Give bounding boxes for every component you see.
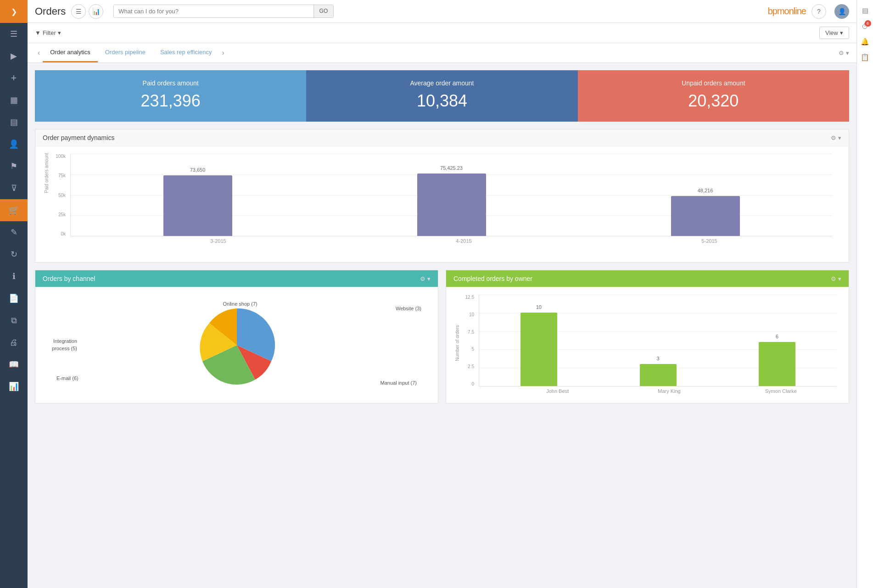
x-label-4-2015: 4-2015: [341, 238, 587, 244]
settings-icon: ⚙: [420, 275, 425, 282]
completed-orders-actions[interactable]: ⚙ ▾: [831, 275, 841, 282]
y-completed-5: 5: [471, 347, 474, 352]
tab-prev-button[interactable]: ‹: [35, 49, 43, 57]
legend-integration: Integration process (5): [52, 338, 77, 352]
kpi-paid-value: 231,396: [46, 91, 295, 111]
x-label-john-best: John Best: [502, 388, 613, 394]
right-icon-clipboard[interactable]: 📋: [858, 50, 872, 64]
sidebar-item-sync[interactable]: ↻: [0, 243, 28, 265]
tab-settings-button[interactable]: ⚙ ▾: [839, 50, 849, 56]
bar-john-best: 10: [520, 313, 557, 386]
topbar-right: bpmonline ? 👤: [768, 4, 849, 19]
chevron-right-icon: ❯: [11, 7, 17, 16]
chart-view-button[interactable]: 📊: [89, 4, 103, 19]
sidebar-item-doc[interactable]: 📄: [0, 287, 28, 309]
y-completed-10: 10: [469, 312, 474, 317]
payment-dynamics-actions[interactable]: ⚙ ▾: [831, 134, 841, 141]
y-axis-completed-label: Number of orders: [455, 325, 460, 361]
tab-sales-rep[interactable]: Sales rep efficiency: [153, 43, 219, 62]
tab-next-button[interactable]: ›: [219, 49, 227, 57]
sidebar-item-copy[interactable]: ⧉: [0, 309, 28, 331]
bar-symon-clarke: 6: [759, 342, 795, 386]
right-icon-clock[interactable]: ⏱ 6: [858, 19, 872, 33]
x-label-3-2015: 3-2015: [95, 238, 341, 244]
sidebar-item-print[interactable]: 🖨: [0, 331, 28, 353]
legend-online-shop: Website (3): [396, 304, 421, 312]
search-go-button[interactable]: GO: [313, 5, 334, 17]
sidebar-item-dashboard[interactable]: ▦: [0, 89, 28, 111]
search-input[interactable]: [114, 5, 313, 17]
settings-dropdown-icon: ▾: [846, 50, 849, 56]
sidebar-item-orders[interactable]: 🛒: [0, 199, 28, 221]
logo-text: bpm: [768, 6, 784, 16]
kpi-paid: Paid orders amount 231,396: [35, 70, 306, 122]
sidebar-toggle[interactable]: ❯: [0, 0, 28, 23]
bar-4-2015: 75,425.23: [417, 174, 486, 236]
sidebar-item-documents[interactable]: ✎: [0, 221, 28, 243]
sidebar-item-reports[interactable]: ▤: [0, 111, 28, 133]
orders-by-channel-header: Orders by channel ⚙ ▾: [35, 270, 438, 287]
search-box: GO: [113, 5, 334, 18]
sidebar-item-activities[interactable]: ⚑: [0, 155, 28, 177]
filter-button[interactable]: ▼ Filter ▾: [35, 29, 61, 36]
filter-label: Filter: [43, 29, 56, 36]
bar-3-2015: 73,650: [163, 175, 232, 236]
pie-chart: [196, 304, 278, 386]
bpmonline-logo: bpmonline: [768, 6, 806, 17]
sidebar-item-menu[interactable]: ☰: [0, 23, 28, 45]
orders-by-channel-body: Online shop (7) Website (3) Integration …: [35, 287, 438, 403]
content-area: Paid orders amount 231,396 Average order…: [28, 63, 856, 588]
bar-label-symon-clarke: 6: [776, 334, 778, 339]
x-label-5-2015: 5-2015: [587, 238, 832, 244]
sidebar-item-contacts[interactable]: 👤: [0, 133, 28, 155]
payment-dynamics-panel: Order payment dynamics ⚙ ▾ Paid orders a…: [35, 129, 849, 263]
payment-dynamics-chart: Paid orders amount 100k 75k 50k 25k 0k: [43, 154, 841, 255]
filter-icon: ▼: [35, 29, 41, 36]
bar-label-john-best: 10: [536, 304, 542, 310]
settings-icon: ⚙: [839, 50, 844, 56]
bar-label-mary-king: 3: [656, 356, 659, 361]
kpi-unpaid-value: 20,320: [589, 91, 838, 111]
tab-orders-pipeline[interactable]: Orders pipeline: [98, 43, 153, 62]
sidebar-item-play[interactable]: ▶: [0, 45, 28, 67]
y-label-25k: 25k: [58, 212, 66, 217]
kpi-average: Average order amount 10,384: [306, 70, 577, 122]
bottom-row: Orders by channel ⚙ ▾ Online shop (7): [35, 270, 849, 403]
orders-by-channel-actions[interactable]: ⚙ ▾: [420, 275, 431, 282]
sidebar-item-add[interactable]: +: [0, 67, 28, 89]
tabs-bar: ‹ Order analytics Orders pipeline Sales …: [28, 43, 856, 63]
filter-dropdown-icon: ▾: [58, 29, 61, 36]
help-button[interactable]: ?: [811, 4, 826, 19]
x-label-symon-clarke: Symon Clarke: [725, 388, 837, 394]
y-completed-7-5: 7.5: [468, 330, 474, 335]
list-view-button[interactable]: ☰: [71, 4, 86, 19]
view-dropdown-icon: ▾: [840, 29, 843, 36]
right-icon-table[interactable]: ▤: [858, 4, 872, 17]
kpi-unpaid-label: Unpaid orders amount: [589, 79, 838, 87]
sidebar-item-analytics[interactable]: 📊: [0, 375, 28, 398]
bar-label-3-2015: 73,650: [190, 167, 206, 173]
right-icon-bell[interactable]: 🔔: [858, 35, 872, 49]
bar-label-5-2015: 48,216: [698, 188, 713, 193]
sidebar-item-info[interactable]: ℹ: [0, 265, 28, 287]
y-completed-0: 0: [471, 381, 474, 386]
sidebar-item-knowledge[interactable]: 📖: [0, 353, 28, 375]
bar-mary-king: 3: [640, 364, 677, 386]
kpi-paid-label: Paid orders amount: [46, 79, 295, 87]
dropdown-icon: ▾: [427, 275, 431, 282]
orders-by-channel-panel: Orders by channel ⚙ ▾ Online shop (7): [35, 270, 438, 403]
completed-orders-title: Completed orders by owner: [453, 275, 532, 282]
tab-order-analytics[interactable]: Order analytics: [43, 43, 97, 62]
view-button[interactable]: View ▾: [819, 27, 849, 39]
legend-email: E-mail (6): [56, 374, 78, 382]
kpi-unpaid: Unpaid orders amount 20,320: [578, 70, 849, 122]
user-avatar[interactable]: 👤: [834, 4, 849, 19]
bar-label-4-2015: 75,425.23: [440, 165, 463, 171]
completed-orders-panel: Completed orders by owner ⚙ ▾ 12.5 10: [446, 270, 849, 403]
logo-accent: online: [784, 6, 806, 16]
y-completed-12-5: 12.5: [465, 295, 474, 300]
payment-dynamics-title: Order payment dynamics: [43, 134, 114, 141]
legend-website: Online shop (7): [223, 299, 257, 308]
sidebar-item-leads[interactable]: ⊽: [0, 177, 28, 199]
completed-orders-body: 12.5 10 7.5 5 2.5 0: [446, 287, 849, 401]
